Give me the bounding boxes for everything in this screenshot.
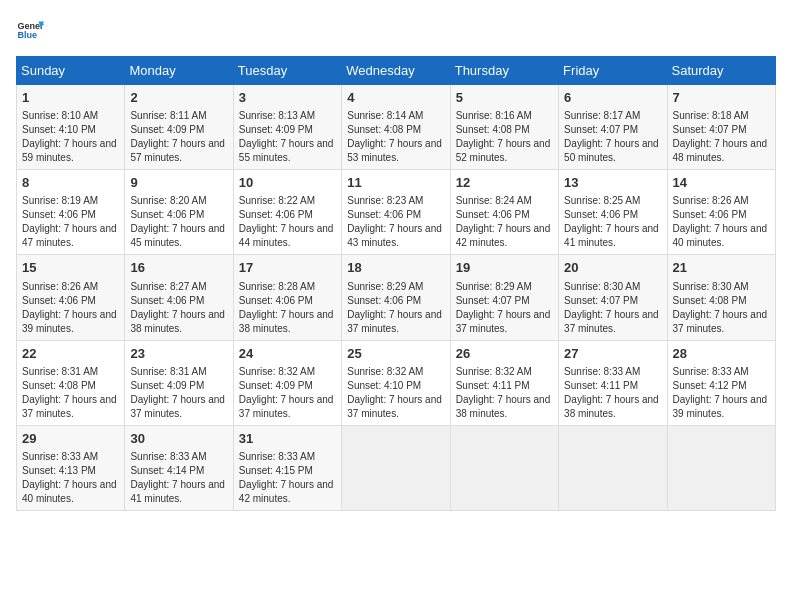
calendar-week-row: 1 Sunrise: 8:10 AM Sunset: 4:10 PM Dayli… [17, 85, 776, 170]
day-number: 2 [130, 89, 227, 107]
day-number: 26 [456, 345, 553, 363]
calendar-week-row: 8 Sunrise: 8:19 AM Sunset: 4:06 PM Dayli… [17, 170, 776, 255]
calendar-day-cell: 17 Sunrise: 8:28 AM Sunset: 4:06 PM Dayl… [233, 255, 341, 340]
day-info: Sunrise: 8:33 AM Sunset: 4:11 PM Dayligh… [564, 365, 661, 421]
day-number: 23 [130, 345, 227, 363]
day-number: 21 [673, 259, 770, 277]
weekday-header-monday: Monday [125, 57, 233, 85]
weekday-header-thursday: Thursday [450, 57, 558, 85]
day-info: Sunrise: 8:26 AM Sunset: 4:06 PM Dayligh… [22, 280, 119, 336]
day-number: 16 [130, 259, 227, 277]
day-info: Sunrise: 8:14 AM Sunset: 4:08 PM Dayligh… [347, 109, 444, 165]
calendar-day-cell: 21 Sunrise: 8:30 AM Sunset: 4:08 PM Dayl… [667, 255, 775, 340]
day-info: Sunrise: 8:17 AM Sunset: 4:07 PM Dayligh… [564, 109, 661, 165]
weekday-header-sunday: Sunday [17, 57, 125, 85]
day-number: 6 [564, 89, 661, 107]
weekday-header-tuesday: Tuesday [233, 57, 341, 85]
calendar-day-cell: 15 Sunrise: 8:26 AM Sunset: 4:06 PM Dayl… [17, 255, 125, 340]
calendar-day-cell: 12 Sunrise: 8:24 AM Sunset: 4:06 PM Dayl… [450, 170, 558, 255]
day-info: Sunrise: 8:33 AM Sunset: 4:12 PM Dayligh… [673, 365, 770, 421]
day-number: 27 [564, 345, 661, 363]
day-info: Sunrise: 8:19 AM Sunset: 4:06 PM Dayligh… [22, 194, 119, 250]
calendar-day-cell: 28 Sunrise: 8:33 AM Sunset: 4:12 PM Dayl… [667, 340, 775, 425]
day-info: Sunrise: 8:11 AM Sunset: 4:09 PM Dayligh… [130, 109, 227, 165]
logo: General Blue [16, 16, 44, 44]
weekday-header-saturday: Saturday [667, 57, 775, 85]
day-info: Sunrise: 8:33 AM Sunset: 4:14 PM Dayligh… [130, 450, 227, 506]
calendar-day-cell: 2 Sunrise: 8:11 AM Sunset: 4:09 PM Dayli… [125, 85, 233, 170]
day-info: Sunrise: 8:24 AM Sunset: 4:06 PM Dayligh… [456, 194, 553, 250]
calendar-day-cell: 20 Sunrise: 8:30 AM Sunset: 4:07 PM Dayl… [559, 255, 667, 340]
calendar-day-cell: 16 Sunrise: 8:27 AM Sunset: 4:06 PM Dayl… [125, 255, 233, 340]
calendar-day-cell: 29 Sunrise: 8:33 AM Sunset: 4:13 PM Dayl… [17, 425, 125, 510]
day-info: Sunrise: 8:10 AM Sunset: 4:10 PM Dayligh… [22, 109, 119, 165]
day-number: 8 [22, 174, 119, 192]
calendar-week-row: 29 Sunrise: 8:33 AM Sunset: 4:13 PM Dayl… [17, 425, 776, 510]
day-info: Sunrise: 8:31 AM Sunset: 4:09 PM Dayligh… [130, 365, 227, 421]
calendar-day-cell: 19 Sunrise: 8:29 AM Sunset: 4:07 PM Dayl… [450, 255, 558, 340]
day-number: 1 [22, 89, 119, 107]
day-number: 10 [239, 174, 336, 192]
calendar-day-cell [559, 425, 667, 510]
day-number: 31 [239, 430, 336, 448]
calendar-day-cell: 8 Sunrise: 8:19 AM Sunset: 4:06 PM Dayli… [17, 170, 125, 255]
svg-text:Blue: Blue [17, 30, 37, 40]
day-number: 3 [239, 89, 336, 107]
calendar-day-cell: 14 Sunrise: 8:26 AM Sunset: 4:06 PM Dayl… [667, 170, 775, 255]
page-header: General Blue [16, 16, 776, 44]
day-number: 18 [347, 259, 444, 277]
calendar-day-cell: 4 Sunrise: 8:14 AM Sunset: 4:08 PM Dayli… [342, 85, 450, 170]
day-info: Sunrise: 8:33 AM Sunset: 4:15 PM Dayligh… [239, 450, 336, 506]
day-number: 5 [456, 89, 553, 107]
day-info: Sunrise: 8:30 AM Sunset: 4:07 PM Dayligh… [564, 280, 661, 336]
day-info: Sunrise: 8:29 AM Sunset: 4:07 PM Dayligh… [456, 280, 553, 336]
day-info: Sunrise: 8:13 AM Sunset: 4:09 PM Dayligh… [239, 109, 336, 165]
day-info: Sunrise: 8:22 AM Sunset: 4:06 PM Dayligh… [239, 194, 336, 250]
day-info: Sunrise: 8:25 AM Sunset: 4:06 PM Dayligh… [564, 194, 661, 250]
day-number: 4 [347, 89, 444, 107]
day-info: Sunrise: 8:26 AM Sunset: 4:06 PM Dayligh… [673, 194, 770, 250]
calendar-day-cell: 5 Sunrise: 8:16 AM Sunset: 4:08 PM Dayli… [450, 85, 558, 170]
day-info: Sunrise: 8:27 AM Sunset: 4:06 PM Dayligh… [130, 280, 227, 336]
day-info: Sunrise: 8:32 AM Sunset: 4:10 PM Dayligh… [347, 365, 444, 421]
day-number: 28 [673, 345, 770, 363]
calendar-day-cell: 26 Sunrise: 8:32 AM Sunset: 4:11 PM Dayl… [450, 340, 558, 425]
calendar-day-cell: 11 Sunrise: 8:23 AM Sunset: 4:06 PM Dayl… [342, 170, 450, 255]
day-info: Sunrise: 8:32 AM Sunset: 4:11 PM Dayligh… [456, 365, 553, 421]
day-number: 20 [564, 259, 661, 277]
calendar-day-cell: 6 Sunrise: 8:17 AM Sunset: 4:07 PM Dayli… [559, 85, 667, 170]
calendar-day-cell: 1 Sunrise: 8:10 AM Sunset: 4:10 PM Dayli… [17, 85, 125, 170]
calendar-day-cell [667, 425, 775, 510]
day-number: 22 [22, 345, 119, 363]
calendar-day-cell: 3 Sunrise: 8:13 AM Sunset: 4:09 PM Dayli… [233, 85, 341, 170]
calendar-day-cell: 23 Sunrise: 8:31 AM Sunset: 4:09 PM Dayl… [125, 340, 233, 425]
day-info: Sunrise: 8:20 AM Sunset: 4:06 PM Dayligh… [130, 194, 227, 250]
day-number: 7 [673, 89, 770, 107]
calendar-day-cell: 27 Sunrise: 8:33 AM Sunset: 4:11 PM Dayl… [559, 340, 667, 425]
day-info: Sunrise: 8:28 AM Sunset: 4:06 PM Dayligh… [239, 280, 336, 336]
calendar-header-row: SundayMondayTuesdayWednesdayThursdayFrid… [17, 57, 776, 85]
weekday-header-wednesday: Wednesday [342, 57, 450, 85]
day-info: Sunrise: 8:29 AM Sunset: 4:06 PM Dayligh… [347, 280, 444, 336]
calendar-week-row: 15 Sunrise: 8:26 AM Sunset: 4:06 PM Dayl… [17, 255, 776, 340]
calendar-week-row: 22 Sunrise: 8:31 AM Sunset: 4:08 PM Dayl… [17, 340, 776, 425]
day-number: 13 [564, 174, 661, 192]
day-info: Sunrise: 8:16 AM Sunset: 4:08 PM Dayligh… [456, 109, 553, 165]
calendar-day-cell: 7 Sunrise: 8:18 AM Sunset: 4:07 PM Dayli… [667, 85, 775, 170]
calendar-day-cell [342, 425, 450, 510]
logo-icon: General Blue [16, 16, 44, 44]
calendar-table: SundayMondayTuesdayWednesdayThursdayFrid… [16, 56, 776, 511]
calendar-day-cell [450, 425, 558, 510]
day-number: 19 [456, 259, 553, 277]
day-number: 25 [347, 345, 444, 363]
day-number: 11 [347, 174, 444, 192]
calendar-day-cell: 25 Sunrise: 8:32 AM Sunset: 4:10 PM Dayl… [342, 340, 450, 425]
day-number: 9 [130, 174, 227, 192]
day-info: Sunrise: 8:31 AM Sunset: 4:08 PM Dayligh… [22, 365, 119, 421]
day-info: Sunrise: 8:30 AM Sunset: 4:08 PM Dayligh… [673, 280, 770, 336]
day-number: 24 [239, 345, 336, 363]
day-info: Sunrise: 8:32 AM Sunset: 4:09 PM Dayligh… [239, 365, 336, 421]
day-info: Sunrise: 8:18 AM Sunset: 4:07 PM Dayligh… [673, 109, 770, 165]
day-number: 29 [22, 430, 119, 448]
weekday-header-friday: Friday [559, 57, 667, 85]
